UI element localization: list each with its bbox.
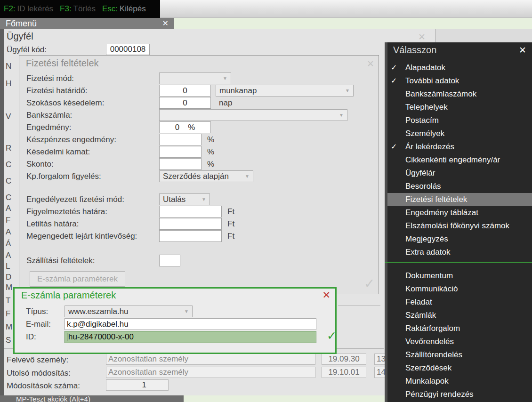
menu-item-alapadatok[interactable]: ✓Alapadatok [387,61,532,74]
menu-item-szallitorendeles[interactable]: Szállítórendelés [387,348,532,362]
menu-item-extra-adatok[interactable]: Extra adatok [387,246,532,259]
shortcut-esc-label[interactable]: Kilépés [120,4,146,14]
fizetesi-dialog-title: Fizetési feltételek [26,58,99,69]
engedelyezett-dropdown[interactable]: Utalás ▼ [159,193,210,205]
menu-item-engedmeny-tablazat[interactable]: Engedmény táblázat [387,206,532,219]
menu-item-fizetesi-feltetelek[interactable]: Fizetési feltételek [387,193,532,206]
letiltas-label: Letiltás határa: [26,219,79,229]
fizetesi-close-icon[interactable]: ✕ [367,58,374,69]
fizetesi-dialog: Fizetési feltételek ✕ Fizetési mód: ▼ Fi… [19,55,379,294]
bankszamla-dropdown[interactable]: ▼ [159,109,347,121]
eszamla-parameterek-button[interactable]: E-számla paraméterek [30,271,125,287]
menu-item-penzugyi-rendezes[interactable]: Pénzügyi rendezés [387,388,532,401]
dropdown-arrow-icon: ▼ [202,197,206,202]
clipped-label: S [6,336,11,345]
clipped-label: H [6,79,11,88]
fomenu-close-icon[interactable]: ✕ [162,18,169,29]
menu-item-feladat[interactable]: Feladat [387,296,532,309]
menu-item-label: Dokumentum [405,271,453,280]
kpforgalom-dropdown[interactable]: Szerződés alapján ▼ [159,170,253,182]
dropdown-arrow-icon: ▼ [339,113,344,118]
menu-item-kommunikacio[interactable]: Kommunikáció [387,282,532,296]
valasszon-title: Válasszon [393,45,436,56]
skonto-input[interactable] [159,158,202,170]
hatarido-input[interactable]: 0 [159,85,211,96]
letiltas-ft: Ft [227,219,234,229]
menu-item-label: Bankszámlaszámok [405,89,476,98]
clipped-label: A [6,251,11,260]
engedelyezett-label: Engedélyezett fizetési mód: [26,195,124,204]
felvevo-input[interactable]: Azonosítatlan személy [106,354,315,365]
hidden-field-line [338,302,380,302]
menu-item-label: Cikkenkénti engedmény/ár [405,155,500,164]
valasszon-close-icon[interactable]: ✕ [519,45,526,56]
utolso-input[interactable]: Azonosítatlan személy [106,367,315,378]
menu-item-telephelyek[interactable]: Telephelyek [387,101,532,114]
id-value: hu-28470000-x-00 [68,332,134,342]
eszamla-close-icon[interactable]: ✕ [322,289,330,301]
ugyfel-kod-input[interactable]: 00000108 [106,44,150,55]
menu-item-elszamolasi[interactable]: Elszámolási főkönyvi számok [387,219,532,233]
menu-item-bankszamlaszamok[interactable]: Bankszámlaszámok [387,88,532,101]
engedmeny-input[interactable]: 0 % [159,121,211,133]
mp-teszt-tab-label: MP-Teszt akciók (Alt+4) [16,395,90,402]
shortcut-f3-label[interactable]: Törlés [73,4,96,14]
menu-item-label: Engedmény táblázat [405,208,478,217]
tipus-dropdown[interactable]: www.eszamla.hu ▼ [64,306,193,317]
utolso-date: 19.10.01 [322,367,366,378]
kesedelmi-label: Késedelmi kamat: [26,147,90,157]
szallitasi-input[interactable] [159,255,180,266]
menu-item-label: Számlák [405,311,436,320]
fomenu-titlebar[interactable]: Főmenü ✕ [0,18,174,29]
email-input[interactable]: k.p@digikabel.hu [64,318,316,330]
mp-teszt-tab[interactable]: MP-Teszt akciók (Alt+4) [0,395,184,402]
menu-item-label: Szállítórendelés [405,350,462,359]
menu-item-szamlak[interactable]: Számlák [387,309,532,322]
clipped-label: V [6,112,11,121]
menu-item-munkalapok[interactable]: Munkalapok [387,375,532,388]
ok-check-icon-disabled[interactable]: ✓ [364,276,375,291]
clipped-label: C [6,160,11,169]
menu-item-label: Pénzügyi rendezés [405,390,474,399]
kpforgalom-label: Kp.forgalom figyelés: [26,172,101,181]
menu-item-tovabbi-adatok[interactable]: ✓További adatok [387,74,532,88]
menu-item-besorolas[interactable]: Besorolás [387,180,532,193]
menu-separator [385,262,532,263]
clipped-label: Á [6,239,11,249]
letiltas-input[interactable] [159,218,222,230]
felvevo-date: 19.09.30 [322,354,366,365]
shortcut-f2-label[interactable]: ID lekérés [17,4,54,14]
kesedelmi-input[interactable] [159,146,202,158]
hatarido-label: Fizetési határidő: [26,86,87,96]
check-icon: ✓ [391,74,402,88]
ugyfel-close-icon[interactable]: ✕ [418,32,426,42]
bankszamla-label: Bankszámla: [26,111,72,120]
szallitasi-label: Szállítási feltételek: [26,256,95,265]
hatarido-unit-dropdown[interactable]: munkanap ▼ [216,85,354,96]
menu-item-szerzodesek[interactable]: Szerződések [387,362,532,375]
eszamla-dialog-title: E-számla paraméterek [21,290,116,301]
shortcut-bar: F2: ID lekérés F3: Törlés Esc: Kilépés [0,0,160,18]
kesedelmi-percent: % [207,147,214,157]
menu-item-megjegyzes[interactable]: Megjegyzés [387,233,532,246]
menu-item-ar-lekerdezes[interactable]: ✓Ár lekérdezés [387,140,532,153]
id-input[interactable]: hu-28470000-x-00 [64,331,316,343]
keszpenzes-input[interactable] [159,134,202,145]
menu-item-raktarforgalom[interactable]: Raktárforgalom [387,322,532,335]
kesedelem-input[interactable]: 0 [159,97,211,109]
dropdown-arrow-icon: ▼ [245,174,250,179]
menu-item-postacim[interactable]: Postacím [387,114,532,127]
menu-item-vevorendeles[interactable]: Vevőrendelés [387,335,532,348]
menu-item-cikkenkenti[interactable]: Cikkenkénti engedmény/ár [387,153,532,167]
figyelmeztetes-input[interactable] [159,206,222,217]
clipped-label: T [6,296,10,306]
menu-item-label: Vevőrendelés [405,337,454,346]
menu-item-dokumentum[interactable]: Dokumentum [387,269,532,282]
engedmeny-label: Engedmény: [26,123,71,132]
confirm-check-icon[interactable]: ✓ [327,329,337,343]
menu-item-ugyfelar[interactable]: Ügyfélár [387,167,532,180]
megengedett-input[interactable] [159,230,222,242]
menu-item-szemelyek[interactable]: Személyek [387,127,532,140]
modositasok-input: 1 [106,379,169,391]
fizetesi-mod-dropdown[interactable]: ▼ [159,72,231,84]
